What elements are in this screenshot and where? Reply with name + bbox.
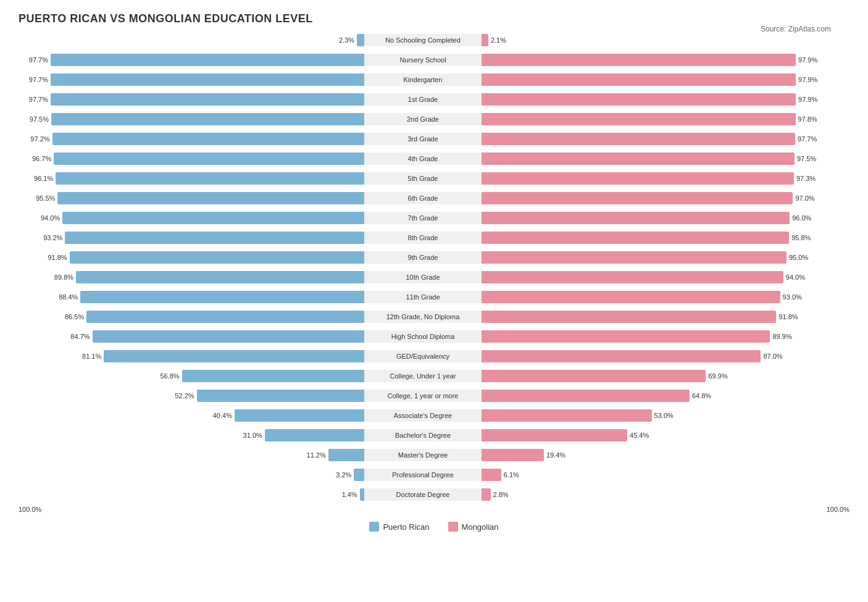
chart-row: 96.1% 5th Grade 97.3% <box>19 170 849 187</box>
right-value: 69.9% <box>708 372 730 380</box>
right-bar <box>482 192 793 204</box>
left-bar <box>93 330 364 343</box>
row-label: 2nd Grade <box>364 113 482 125</box>
chart-row: 96.7% 4th Grade 97.5% <box>19 150 849 167</box>
row-label: 11th Grade <box>364 291 482 303</box>
row-label: 1st Grade <box>364 93 482 106</box>
chart-row: 88.4% 11th Grade 93.0% <box>19 288 849 306</box>
left-bar-container: 89.8% <box>19 271 364 283</box>
left-bar <box>51 113 364 125</box>
chart-row: 3.2% Professional Degree 6.1% <box>19 466 849 483</box>
left-value: 95.5% <box>33 194 55 202</box>
left-bar <box>57 192 364 204</box>
right-value: 94.0% <box>786 274 808 281</box>
right-bar-container: 97.3% <box>482 172 827 185</box>
left-bar-container: 2.3% <box>19 34 364 46</box>
chart-row: 97.7% Nursery School 97.9% <box>19 51 849 69</box>
right-value: 53.0% <box>654 412 677 419</box>
right-bar <box>482 93 796 106</box>
left-bar-container: 97.2% <box>19 133 364 145</box>
right-value: 6.1% <box>504 471 526 479</box>
left-bar <box>52 133 364 145</box>
chart-row: 84.7% High School Diploma 89.9% <box>19 328 849 345</box>
legend-item-right: Mongolian <box>448 522 499 532</box>
right-bar <box>482 212 790 224</box>
row-label: 12th Grade, No Diploma <box>364 311 482 323</box>
left-bar <box>51 93 364 106</box>
row-label: 8th Grade <box>364 232 482 244</box>
left-bar <box>182 370 364 382</box>
left-value: 97.7% <box>26 56 48 64</box>
left-value: 84.7% <box>68 333 90 340</box>
left-bar <box>76 271 364 283</box>
right-value: 87.0% <box>763 353 785 360</box>
left-value: 97.2% <box>28 135 50 143</box>
right-value: 93.0% <box>783 293 805 301</box>
right-value: 2.1% <box>491 36 513 44</box>
chart-row: 97.2% 3rd Grade 97.7% <box>19 130 849 148</box>
right-bar-container: 97.0% <box>482 192 827 204</box>
right-bar <box>482 232 789 244</box>
left-bar-container: 97.7% <box>19 73 364 86</box>
row-label: 5th Grade <box>364 172 482 185</box>
right-bar <box>482 488 491 501</box>
left-value: 93.2% <box>40 234 62 241</box>
left-value: 31.0% <box>240 432 262 439</box>
right-bar <box>482 251 787 264</box>
left-bar-container: 96.7% <box>19 153 364 165</box>
left-value: 1.4% <box>335 491 357 498</box>
left-value: 88.4% <box>56 293 78 301</box>
left-bar <box>354 469 364 481</box>
legend: Puerto Rican Mongolian <box>19 522 849 532</box>
chart-row: 97.7% Kindergarten 97.9% <box>19 71 849 88</box>
right-bar <box>482 449 544 461</box>
right-bar <box>482 133 795 145</box>
legend-label-left: Puerto Rican <box>383 522 429 532</box>
right-bar-container: 95.0% <box>482 251 827 264</box>
right-value: 97.0% <box>795 194 817 202</box>
left-value: 89.8% <box>51 274 73 281</box>
right-value: 95.8% <box>791 234 814 241</box>
row-label: Professional Degree <box>364 469 482 481</box>
right-bar-container: 95.8% <box>482 232 827 244</box>
chart-container: 2.3% No Schooling Completed 2.1% 97.7% N… <box>19 31 849 532</box>
left-bar <box>86 311 364 323</box>
right-bar-container: 96.0% <box>482 212 827 224</box>
right-value: 97.8% <box>798 115 820 123</box>
right-bar-container: 69.9% <box>482 370 827 382</box>
right-bar <box>482 153 795 165</box>
left-bar-container: 97.5% <box>19 113 364 125</box>
left-bar-container: 86.5% <box>19 311 364 323</box>
right-bar <box>482 370 706 382</box>
right-value: 97.9% <box>798 56 820 64</box>
right-bar <box>482 469 501 481</box>
chart-row: 52.2% College, 1 year or more 64.8% <box>19 387 849 404</box>
right-value: 45.4% <box>630 432 652 439</box>
left-value: 97.7% <box>26 96 48 103</box>
legend-box-right <box>448 522 458 532</box>
left-bar <box>65 232 364 244</box>
chart-row: 97.5% 2nd Grade 97.8% <box>19 111 849 128</box>
left-value: 91.8% <box>45 254 67 261</box>
right-bar <box>482 271 783 283</box>
left-bar-container: 97.7% <box>19 54 364 66</box>
left-value: 97.5% <box>27 115 49 123</box>
right-bar <box>482 54 796 66</box>
left-bar <box>357 34 364 46</box>
left-bar-container: 93.2% <box>19 232 364 244</box>
left-bar <box>104 350 364 362</box>
left-bar-container: 40.4% <box>19 409 364 422</box>
row-label: College, Under 1 year <box>364 370 482 382</box>
right-value: 97.9% <box>798 76 820 83</box>
left-value: 81.1% <box>79 353 101 360</box>
chart-title: PUERTO RICAN VS MONGOLIAN EDUCATION LEVE… <box>19 12 849 25</box>
row-label: Doctorate Degree <box>364 488 482 501</box>
left-value: 56.8% <box>157 372 180 380</box>
right-bar <box>482 291 780 303</box>
left-value: 52.2% <box>172 392 194 399</box>
row-label: 4th Grade <box>364 153 482 165</box>
right-bar-container: 19.4% <box>482 449 827 461</box>
left-bar <box>197 390 364 402</box>
right-value: 97.3% <box>796 175 819 182</box>
row-label: College, 1 year or more <box>364 390 482 402</box>
